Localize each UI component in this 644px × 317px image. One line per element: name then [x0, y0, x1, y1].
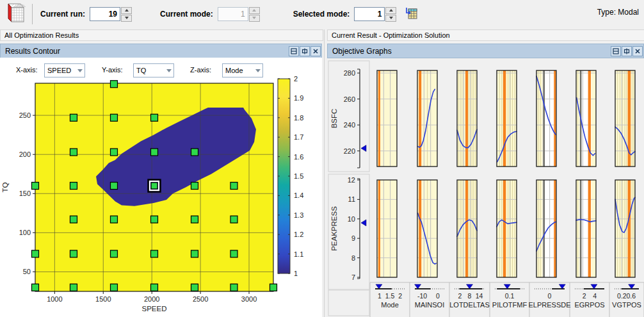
- slider-triangle-EGRPOS[interactable]: [591, 284, 597, 289]
- dock-button[interactable]: [300, 46, 310, 56]
- x-tick-label: 2000: [144, 295, 159, 303]
- selected-mode-spinner[interactable]: 1: [354, 7, 396, 22]
- current-value-band[interactable]: [419, 180, 421, 277]
- variable-tick-label: 2: [398, 292, 402, 300]
- current-value-band[interactable]: [588, 180, 591, 277]
- current-value-band[interactable]: [503, 70, 506, 167]
- dock-button[interactable]: [622, 46, 632, 56]
- objective-ytick-label: 220: [344, 147, 355, 155]
- current-value-band[interactable]: [465, 180, 468, 277]
- contour-marker[interactable]: [110, 250, 117, 257]
- type-label: Type: Modal: [597, 8, 639, 17]
- contour-marker[interactable]: [70, 183, 77, 190]
- current-value-band[interactable]: [554, 180, 556, 277]
- objective-graphs-title: Objective Graphs: [332, 47, 611, 56]
- current-mode-spin-up: [249, 7, 260, 14]
- slider-triangle-LOTDELTAS[interactable]: [467, 284, 473, 289]
- objective-ytick-label: 12: [348, 176, 355, 184]
- colorbar-tick-label: 1.6: [294, 153, 303, 161]
- current-value-band[interactable]: [503, 180, 506, 277]
- slider-triangle-PILOTFMF[interactable]: [504, 284, 510, 289]
- contour-marker[interactable]: [110, 183, 117, 190]
- slider-triangle-ELPRESSDE[interactable]: [559, 284, 565, 289]
- contour-marker[interactable]: [70, 250, 77, 257]
- variable-tick-label: 0: [548, 292, 552, 300]
- contour-marker[interactable]: [110, 216, 117, 223]
- left-panel-header: All Optimization Results: [0, 29, 323, 41]
- slider-triangle-Mode[interactable]: [376, 284, 382, 289]
- variable-tick-label: 0.6: [627, 292, 636, 300]
- contour-marker[interactable]: [32, 183, 39, 190]
- split-button[interactable]: [289, 46, 299, 56]
- contour-marker[interactable]: [110, 114, 117, 121]
- variable-tick-label: -10: [417, 292, 427, 300]
- contour-marker[interactable]: [230, 250, 237, 257]
- current-value-band[interactable]: [628, 180, 631, 277]
- contour-marker[interactable]: [191, 183, 198, 190]
- current-run-value[interactable]: 19: [90, 7, 120, 21]
- contour-marker[interactable]: [270, 284, 277, 291]
- current-run-spin-up[interactable]: [121, 7, 132, 14]
- toolbar: Current run: 19 Current mode: 1 Selected…: [0, 0, 644, 28]
- close-icon[interactable]: [632, 46, 643, 56]
- selected-mode-value[interactable]: 1: [354, 7, 385, 21]
- contour-marker[interactable]: [70, 114, 77, 121]
- contour-marker[interactable]: [110, 81, 117, 88]
- contour-marker[interactable]: [32, 250, 39, 257]
- contour-marker[interactable]: [230, 216, 237, 223]
- contour-marker[interactable]: [151, 284, 158, 291]
- y-tick-label: 250: [19, 111, 31, 119]
- contour-marker[interactable]: [191, 216, 198, 223]
- variable-name-label: LOTDELTAS: [449, 301, 490, 309]
- slider-triangle-MAINSOI[interactable]: [415, 284, 421, 289]
- colorbar-tick-label: 1.1: [294, 250, 303, 258]
- contour-marker[interactable]: [110, 149, 117, 156]
- contour-marker[interactable]: [151, 114, 158, 121]
- colorbar-tick-label: 1.2: [294, 231, 303, 238]
- current-value-band[interactable]: [554, 70, 556, 167]
- contour-marker[interactable]: [32, 284, 39, 291]
- contour-marker[interactable]: [151, 149, 158, 156]
- close-icon[interactable]: [310, 46, 321, 56]
- current-value-band[interactable]: [419, 70, 421, 167]
- boundary-band: [543, 180, 545, 277]
- contour-marker[interactable]: [110, 284, 117, 291]
- contour-marker[interactable]: [70, 149, 77, 156]
- selected-mode-spin-down[interactable]: [385, 15, 396, 22]
- contour-marker[interactable]: [191, 284, 198, 291]
- objective-ytick-label: 9: [351, 234, 355, 242]
- slider-triangle-VGTPOS[interactable]: [629, 284, 635, 289]
- panel-divider: [324, 29, 325, 317]
- table-export-icon[interactable]: [405, 6, 418, 22]
- current-value-band[interactable]: [378, 180, 380, 277]
- contour-marker[interactable]: [230, 284, 237, 291]
- current-run-spinner[interactable]: 19: [90, 7, 132, 22]
- selected-mode-spin-up[interactable]: [385, 7, 396, 14]
- objective-ytick-label: 260: [344, 95, 355, 103]
- contour-marker[interactable]: [191, 250, 198, 257]
- colorbar-tick-label: 1.3: [294, 211, 303, 219]
- results-contour-titlebar: Results Contour: [0, 44, 322, 58]
- contour-marker[interactable]: [70, 284, 77, 291]
- split-button[interactable]: [611, 46, 621, 56]
- current-value-band[interactable]: [378, 70, 380, 167]
- contour-marker[interactable]: [191, 149, 198, 156]
- variable-name-label: PILOTFMF: [492, 301, 527, 309]
- contour-marker[interactable]: [151, 216, 158, 223]
- contour-marker[interactable]: [230, 183, 237, 190]
- colorbar-tick-label: 1: [294, 270, 298, 277]
- contour-marker[interactable]: [70, 216, 77, 223]
- current-value-band[interactable]: [465, 70, 468, 167]
- label-row-spacer: [328, 290, 369, 316]
- results-contour-title: Results Contour: [5, 47, 289, 56]
- objective-row-label: BSFC: [330, 109, 338, 129]
- colorbar-tick-label: 1.8: [294, 114, 303, 122]
- toolbar-separator: [32, 4, 33, 24]
- current-run-spin-down[interactable]: [121, 15, 132, 22]
- variable-tick-label: 8: [468, 292, 472, 300]
- cage-cube-icon: [5, 3, 27, 26]
- contour-marker[interactable]: [151, 250, 158, 257]
- objective-graphs-titlebar: Objective Graphs: [327, 44, 644, 58]
- x-tick-label: 2500: [193, 295, 208, 303]
- results-contour-plot[interactable]: 1000150020002500300050100150200250SPEEDT…: [0, 57, 322, 317]
